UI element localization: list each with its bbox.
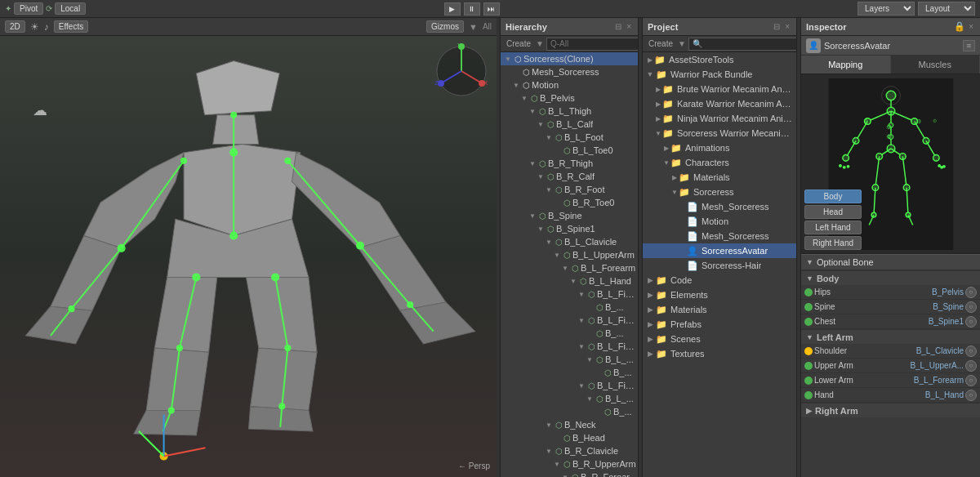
inspector-title-label: Inspector (806, 22, 847, 32)
bone-icon: ⬡ (553, 185, 564, 194)
body-view-body-btn[interactable]: Body (804, 189, 862, 203)
tree-item-motion[interactable]: ▼ ⬡ Motion (501, 78, 638, 91)
proj-item-prefabs[interactable]: ▶ 📁 Prefabs (643, 317, 796, 332)
proj-item-sorceress-avatar[interactable]: 👤 SorceressAvatar (643, 243, 796, 258)
project-close-btn[interactable]: × (783, 22, 791, 31)
tree-item-b-l-1b[interactable]: ⬡ B_... (501, 301, 638, 314)
tree-item-b-l-forearm[interactable]: ▼ ⬡ B_L_Forearm (501, 261, 638, 274)
tree-item-b-l-fin4[interactable]: ▼ ⬡ B_L_Fin... (501, 379, 638, 392)
tab-muscles[interactable]: Muscles (891, 56, 981, 74)
proj-item-motion[interactable]: 📄 Motion (643, 214, 796, 229)
tree-item-b-l-4c[interactable]: ⬡ B_... (501, 405, 638, 418)
tree-item-b-l-fin2[interactable]: ▼ ⬡ B_L_Fin... (501, 314, 638, 327)
tree-item-b-l-4b[interactable]: ▼ ⬡ B_L_... (501, 392, 638, 405)
tab-mapping[interactable]: Mapping (801, 56, 891, 74)
proj-item-characters[interactable]: ▼ 📁 Characters (643, 155, 796, 170)
proj-item-brute[interactable]: ▶ 📁 Brute Warrior Mecanim Animati... (643, 82, 796, 96)
hierarchy-search[interactable] (546, 38, 639, 51)
tree-item-b-r-forearm[interactable]: ▼ ⬡ B_R_Forear... (501, 470, 638, 477)
body-view-lefthand-btn[interactable]: Left Hand (804, 221, 862, 234)
proj-item-code[interactable]: ▶ 📁 Code (643, 273, 796, 288)
scene-canvas[interactable]: Y X Z ← Persp ☁ (0, 36, 497, 477)
tree-item-b-r-calf[interactable]: ▼ ⬡ B_R_Calf (501, 170, 638, 183)
tree-item-b-l-2b[interactable]: ⬡ B_... (501, 327, 638, 340)
tree-item-b-head[interactable]: ⬡ B_Head (501, 431, 638, 444)
scene-view[interactable]: 2D ☀ ♪ Effects Gizmos ▼ All (0, 18, 497, 477)
tree-item-b-l-3b[interactable]: ▼ ⬡ B_L_... (501, 353, 638, 366)
hand-select-btn[interactable]: ○ (965, 390, 977, 401)
proj-item-elements[interactable]: ▶ 📁 Elements (643, 288, 796, 302)
pause-button[interactable]: ⏸ (464, 2, 480, 16)
tree-item-b-l-calf[interactable]: ▼ ⬡ B_L_Calf (501, 118, 638, 131)
mode-2d-button[interactable]: 2D (5, 20, 25, 33)
tree-item-b-l-hand[interactable]: ▼ ⬡ B_L_Hand (501, 274, 638, 288)
tree-item-b-l-clavicle[interactable]: ▼ ⬡ B_L_Clavicle (501, 235, 638, 248)
project-lock-btn[interactable]: ⊟ (772, 22, 782, 31)
layers-select[interactable]: Layers (858, 2, 915, 16)
tree-item-b-l-fin1[interactable]: ▼ ⬡ B_L_Fin... (501, 288, 638, 301)
proj-item-sorceress[interactable]: ▼ 📁 Sorceress (643, 185, 796, 199)
tree-item-b-r-upperarm[interactable]: ▼ ⬡ B_R_UpperArm (501, 457, 638, 470)
proj-label: Warrior Pack Bundle (670, 69, 752, 79)
project-create-btn[interactable]: Create (646, 38, 675, 49)
tree-item-mesh-sorceress[interactable]: ⬡ Mesh_Sorceress (501, 65, 638, 78)
body-view-head-btn[interactable]: Head (804, 205, 862, 219)
effects-button[interactable]: Effects (54, 20, 88, 33)
avatar-menu-btn[interactable]: ≡ (963, 40, 975, 51)
tree-item-b-r-foot[interactable]: ▼ ⬡ B_R_Foot (501, 183, 638, 196)
proj-item-sorceress-anim[interactable]: ▼ 📁 Sorceress Warrior Mecanim Anim... (643, 126, 796, 140)
step-button[interactable]: ⏭ (483, 2, 500, 16)
local-button[interactable]: Local (55, 2, 86, 15)
hierarchy-close-btn[interactable]: × (625, 22, 633, 31)
tree-item-b-l-fin3[interactable]: ▼ ⬡ B_L_Fin... (501, 340, 638, 353)
tree-item-b-l-foot[interactable]: ▼ ⬡ B_L_Foot (501, 131, 638, 144)
proj-item-warrior-pack[interactable]: ▼ 📁 Warrior Pack Bundle (643, 67, 796, 82)
proj-item-mesh-sorceress2[interactable]: 📄 Mesh_Sorceress (643, 229, 796, 243)
proj-item-textures[interactable]: ▶ 📁 Textures (643, 346, 796, 361)
proj-item-materials2[interactable]: ▶ 📁 Materials (643, 302, 796, 317)
lowerarm-select-btn[interactable]: ○ (965, 375, 977, 386)
tree-item-b-pelvis[interactable]: ▼ ⬡ B_Pelvis (501, 91, 638, 105)
spine-select-btn[interactable]: ○ (965, 301, 977, 313)
tree-item-b-spine1[interactable]: ▼ ⬡ B_Spine1 (501, 222, 638, 235)
tree-item-b-spine[interactable]: ▼ ⬡ B_Spine (501, 209, 638, 222)
proj-item-mesh-sorceress[interactable]: 📄 Mesh_Sorceress (643, 199, 796, 214)
inspector-lock-btn[interactable]: 🔒 (954, 21, 965, 32)
gizmos-button[interactable]: Gizmos (426, 20, 464, 33)
svg-marker-2 (154, 277, 216, 352)
inspector-close-btn[interactable]: × (967, 21, 975, 32)
tree-item-b-neck[interactable]: ▼ ⬡ B_Neck (501, 418, 638, 431)
hips-select-btn[interactable]: ○ (965, 287, 977, 298)
proj-item-animations[interactable]: ▶ 📁 Animations (643, 140, 796, 155)
tree-label: B_Spine1 (556, 224, 595, 234)
tree-item-b-l-thigh[interactable]: ▼ ⬡ B_L_Thigh (501, 105, 638, 118)
tree-arrow: ▼ (561, 265, 569, 272)
tree-item-b-l-3c[interactable]: ⬡ B_... (501, 366, 638, 379)
proj-item-karate[interactable]: ▶ 📁 Karate Warrior Mecanim Animati... (643, 96, 796, 111)
tree-arrow: ▼ (553, 252, 561, 259)
folder-icon: 📁 (656, 319, 667, 330)
hierarchy-create-btn[interactable]: Create (504, 38, 533, 49)
proj-item-scenes[interactable]: ▶ 📁 Scenes (643, 332, 796, 346)
chest-select-btn[interactable]: ○ (965, 316, 977, 328)
upperarm-select-btn[interactable]: ○ (965, 360, 977, 372)
proj-item-materials[interactable]: ▶ 📁 Materials (643, 170, 796, 185)
pivot-button[interactable]: Pivot (14, 2, 43, 15)
tree-item-sorceress-clone[interactable]: ▼ ⬡ Sorceress(Clone) (501, 52, 638, 65)
hierarchy-lock-btn[interactable]: ⊟ (613, 22, 623, 31)
tree-item-b-l-upperarm[interactable]: ▼ ⬡ B_L_UpperArm (501, 248, 638, 261)
play-button[interactable]: ▶ (444, 2, 461, 16)
proj-item-sorceress-hair[interactable]: 📄 Sorceress-Hair (643, 258, 796, 273)
shoulder-select-btn[interactable]: ○ (965, 345, 977, 357)
tree-item-b-r-clavicle[interactable]: ▼ ⬡ B_R_Clavicle (501, 444, 638, 457)
project-search[interactable] (688, 38, 797, 51)
body-view-righthand-btn[interactable]: Right Hand (804, 236, 862, 250)
tree-item-b-r-toe0[interactable]: ⬡ B_R_Toe0 (501, 196, 638, 209)
bone-icon: ⬡ (594, 329, 605, 338)
layout-select[interactable]: Layout (918, 2, 975, 16)
tree-item-b-r-thigh[interactable]: ▼ ⬡ B_R_Thigh (501, 157, 638, 170)
proj-item-assetstore[interactable]: ▶ 📁 AssetStoreTools (643, 52, 796, 67)
tree-item-b-l-toe0[interactable]: ⬡ B_L_Toe0 (501, 144, 638, 157)
optional-bone-header[interactable]: ▼ Optional Bone (801, 254, 980, 270)
proj-item-ninja[interactable]: ▶ 📁 Ninja Warrior Mecanim Animati... (643, 111, 796, 126)
